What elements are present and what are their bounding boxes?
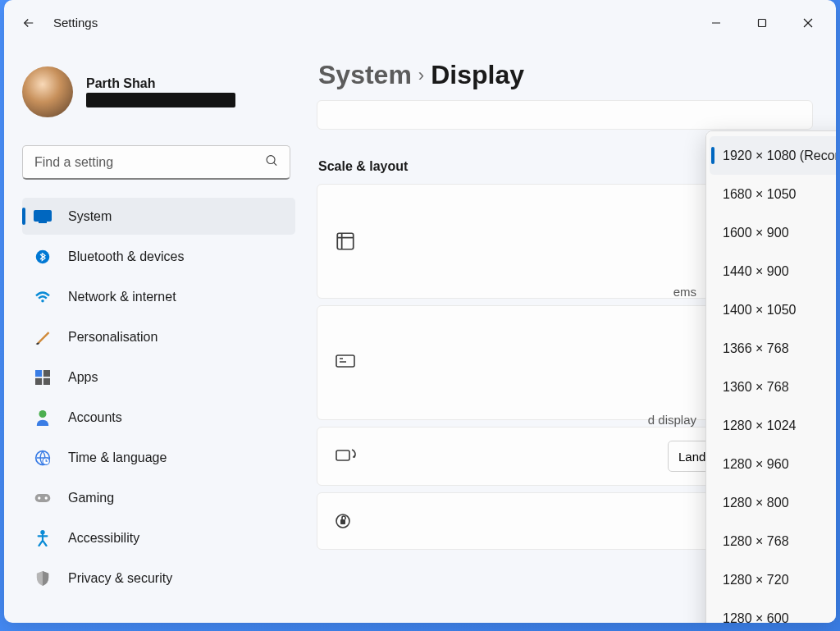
resolution-option-label: 1400 × 1050 — [723, 303, 796, 318]
resolution-option-label: 1440 × 900 — [723, 264, 789, 279]
resolution-option[interactable]: 1680 × 1050 — [710, 175, 836, 213]
sidebar-item-system[interactable]: System — [22, 198, 295, 235]
sidebar-item-personalisation[interactable]: Personalisation — [22, 318, 295, 355]
breadcrumb-parent[interactable]: System — [318, 60, 412, 90]
sidebar-item-network[interactable]: Network & internet — [22, 278, 295, 315]
sidebar-item-label: Accessibility — [68, 531, 139, 546]
svg-rect-11 — [43, 370, 50, 377]
brush-icon — [34, 328, 52, 346]
wifi-icon — [34, 288, 52, 306]
profile-block[interactable]: Parth Shah — [22, 58, 295, 132]
orientation-icon — [334, 445, 357, 468]
resolution-option-label: 1280 × 800 — [723, 496, 789, 510]
sidebar-item-label: Personalisation — [68, 330, 158, 345]
sidebar-item-gaming[interactable]: Gaming — [22, 479, 295, 516]
resolution-option[interactable]: 1280 × 768 — [710, 522, 836, 560]
sidebar-item-privacy[interactable]: Privacy & security — [22, 560, 295, 597]
sidebar-item-label: Apps — [68, 370, 98, 385]
sidebar-item-bluetooth[interactable]: Bluetooth & devices — [22, 238, 295, 275]
person-icon — [34, 409, 52, 427]
resolution-option-label: 1920 × 1080 (Recommended) — [723, 149, 836, 163]
sidebar-item-label: Privacy & security — [68, 571, 172, 586]
resolution-option-label: 1600 × 900 — [723, 226, 789, 240]
svg-rect-23 — [336, 450, 349, 460]
sidebar-item-label: Bluetooth & devices — [68, 249, 184, 264]
settings-window: Settings Parth Shah System Bluetoot — [4, 0, 836, 623]
sidebar-item-time-language[interactable]: Time & language — [22, 439, 295, 476]
svg-point-19 — [45, 496, 48, 499]
svg-rect-6 — [34, 210, 52, 222]
profile-name: Parth Shah — [86, 76, 235, 91]
scale-icon — [334, 230, 357, 253]
resolution-option[interactable]: 1440 × 900 — [710, 252, 836, 290]
resolution-option-label: 1280 × 720 — [723, 573, 789, 588]
avatar — [22, 66, 73, 117]
card-text-fragment: d display — [648, 413, 696, 427]
resolution-option[interactable]: 1280 × 720 — [710, 560, 836, 599]
resolution-option-label: 1280 × 768 — [723, 534, 789, 549]
accessibility-icon — [34, 529, 52, 547]
svg-rect-10 — [35, 370, 42, 377]
sidebar-nav: System Bluetooth & devices Network & int… — [22, 198, 295, 597]
svg-rect-13 — [43, 377, 50, 384]
gamepad-icon — [34, 489, 52, 507]
resolution-option-label: 1366 × 768 — [723, 341, 789, 356]
minimize-icon — [711, 18, 721, 28]
breadcrumb: System › Display — [304, 45, 813, 100]
svg-line-5 — [274, 162, 277, 166]
resolution-option-label: 1680 × 1050 — [723, 187, 796, 202]
resolution-option[interactable]: 1280 × 800 — [710, 483, 836, 522]
resolution-option[interactable]: 1400 × 1050 — [710, 290, 836, 329]
titlebar: Settings — [4, 0, 836, 45]
svg-point-14 — [39, 410, 47, 418]
globe-icon — [34, 449, 52, 467]
resolution-option-label: 1280 × 1024 — [723, 418, 796, 433]
svg-rect-22 — [336, 355, 354, 367]
maximize-icon — [757, 18, 767, 28]
maximize-button[interactable] — [744, 10, 780, 36]
sidebar-item-label: Network & internet — [68, 290, 176, 304]
app-title: Settings — [53, 16, 98, 30]
resolution-option[interactable]: 1920 × 1080 (Recommended) — [710, 136, 836, 175]
arrow-left-icon — [21, 16, 36, 30]
resolution-option-label: 1360 × 768 — [723, 380, 789, 395]
svg-rect-12 — [35, 377, 42, 384]
resolution-option[interactable]: 1280 × 600 — [710, 599, 836, 623]
resolution-option-label: 1280 × 960 — [723, 457, 789, 472]
card-text-fragment: ems — [673, 285, 696, 299]
resolution-option[interactable]: 1280 × 960 — [710, 445, 836, 483]
system-icon — [34, 208, 52, 226]
close-button[interactable] — [790, 10, 826, 36]
resolution-option[interactable]: 1600 × 900 — [710, 213, 836, 252]
resolution-dropdown[interactable]: 1920 × 1080 (Recommended) 1680 × 1050 16… — [705, 130, 836, 623]
sidebar-item-accounts[interactable]: Accounts — [22, 399, 295, 436]
sidebar-item-label: Gaming — [68, 491, 114, 505]
search-input[interactable] — [22, 145, 290, 180]
svg-rect-17 — [35, 493, 51, 501]
apps-icon — [34, 368, 52, 386]
breadcrumb-current: Display — [431, 60, 524, 90]
back-button[interactable] — [21, 15, 37, 31]
chevron-right-icon: › — [418, 65, 424, 86]
sidebar-item-label: System — [68, 209, 112, 224]
lock-rotate-icon — [334, 510, 357, 533]
sidebar-item-accessibility[interactable]: Accessibility — [22, 519, 295, 556]
bluetooth-icon — [34, 248, 52, 266]
shield-icon — [34, 569, 52, 588]
sidebar-item-apps[interactable]: Apps — [22, 359, 295, 396]
resolution-icon — [334, 351, 357, 374]
svg-point-4 — [267, 156, 275, 164]
resolution-option[interactable]: 1366 × 768 — [710, 329, 836, 368]
minimize-button[interactable] — [698, 10, 734, 36]
svg-point-18 — [38, 496, 40, 499]
svg-rect-7 — [39, 222, 47, 223]
resolution-option[interactable]: 1280 × 1024 — [710, 406, 836, 445]
profile-email-redacted — [86, 93, 235, 107]
search-icon — [265, 154, 279, 171]
svg-rect-25 — [340, 519, 345, 524]
sidebar-item-label: Accounts — [68, 410, 122, 425]
resolution-option[interactable]: 1360 × 768 — [710, 368, 836, 406]
svg-rect-21 — [337, 233, 354, 249]
svg-point-9 — [41, 299, 44, 303]
banner-card[interactable] — [317, 100, 813, 130]
